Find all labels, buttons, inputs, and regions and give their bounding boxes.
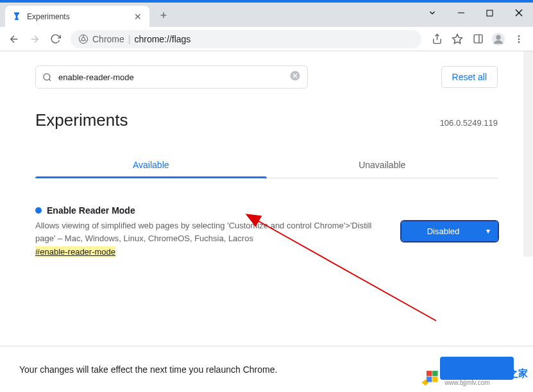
page-content: enable-reader-mode Reset all Experiments… <box>0 51 533 257</box>
svg-point-16 <box>496 35 500 39</box>
svg-line-21 <box>49 79 51 81</box>
flag-tabs: Available Unavailable <box>35 152 498 178</box>
profile-avatar-icon[interactable] <box>489 30 507 48</box>
svg-rect-1 <box>487 10 493 16</box>
new-tab-button[interactable]: + <box>155 6 173 24</box>
tab-available[interactable]: Available <box>35 152 267 178</box>
page-title: Experiments <box>35 110 128 130</box>
window-minimize-button[interactable] <box>446 3 475 23</box>
flask-icon <box>12 12 22 22</box>
window-close-button[interactable] <box>504 3 533 23</box>
svg-line-9 <box>80 40 82 41</box>
nav-reload-button[interactable] <box>46 30 64 48</box>
share-icon[interactable] <box>428 30 446 48</box>
svg-point-19 <box>518 41 520 43</box>
flag-row: Enable Reader Mode Allows viewing of sim… <box>35 205 498 257</box>
flag-description: Allows viewing of simplified web pages b… <box>35 219 389 244</box>
watermark-url: www.bjjmlv.com <box>444 379 489 387</box>
tab-title: Experiments <box>27 12 133 21</box>
search-icon <box>42 72 52 82</box>
sidepanel-icon[interactable] <box>469 30 487 48</box>
svg-point-17 <box>518 35 520 37</box>
svg-rect-28 <box>427 371 432 376</box>
tab-search-button[interactable] <box>418 3 446 23</box>
nav-forward-button[interactable] <box>26 30 44 48</box>
window-maximize-button[interactable] <box>475 3 504 23</box>
svg-rect-13 <box>474 35 482 43</box>
kebab-menu-icon[interactable] <box>510 30 528 48</box>
svg-point-7 <box>81 37 85 40</box>
clear-search-icon[interactable] <box>289 70 301 85</box>
chrome-icon <box>78 34 89 44</box>
flag-hash-link[interactable]: #enable-reader-mode <box>35 247 389 257</box>
flag-title: Enable Reader Mode <box>47 205 135 216</box>
svg-rect-29 <box>432 371 437 376</box>
bookmark-star-icon[interactable] <box>448 30 466 48</box>
address-divider: | <box>128 34 131 44</box>
flag-state-select[interactable]: Disabled <box>402 221 498 241</box>
scrollbar[interactable] <box>523 51 533 257</box>
svg-point-18 <box>518 38 520 40</box>
watermark: Windows 系统之家 www.bjjmlv.com <box>419 368 528 387</box>
tab-close-button[interactable]: ✕ <box>133 12 143 22</box>
svg-rect-31 <box>432 377 437 382</box>
browser-tab[interactable]: Experiments ✕ <box>5 6 149 27</box>
window-titlebar: Experiments ✕ + <box>0 3 533 27</box>
svg-point-20 <box>44 73 50 80</box>
nav-back-button[interactable] <box>5 30 23 48</box>
address-url: chrome://flags <box>134 34 190 44</box>
browser-toolbar: Chrome | chrome://flags <box>0 27 533 51</box>
search-query-text: enable-reader-mode <box>58 72 289 82</box>
tab-unavailable[interactable]: Unavailable <box>267 152 498 178</box>
watermark-brand: Windows 系统之家 <box>444 368 528 379</box>
flag-status-dot <box>35 207 42 214</box>
address-prefix: Chrome <box>92 34 124 44</box>
svg-rect-30 <box>427 377 432 382</box>
windows-logo-icon <box>419 368 441 387</box>
flag-search-input[interactable]: enable-reader-mode <box>35 65 308 89</box>
svg-line-10 <box>85 40 87 41</box>
svg-marker-12 <box>453 34 462 43</box>
version-label: 106.0.5249.119 <box>440 118 498 128</box>
footer-message: Your changes will take effect the next t… <box>19 364 277 375</box>
reset-all-button[interactable]: Reset all <box>441 66 498 88</box>
address-bar[interactable]: Chrome | chrome://flags <box>71 30 421 48</box>
